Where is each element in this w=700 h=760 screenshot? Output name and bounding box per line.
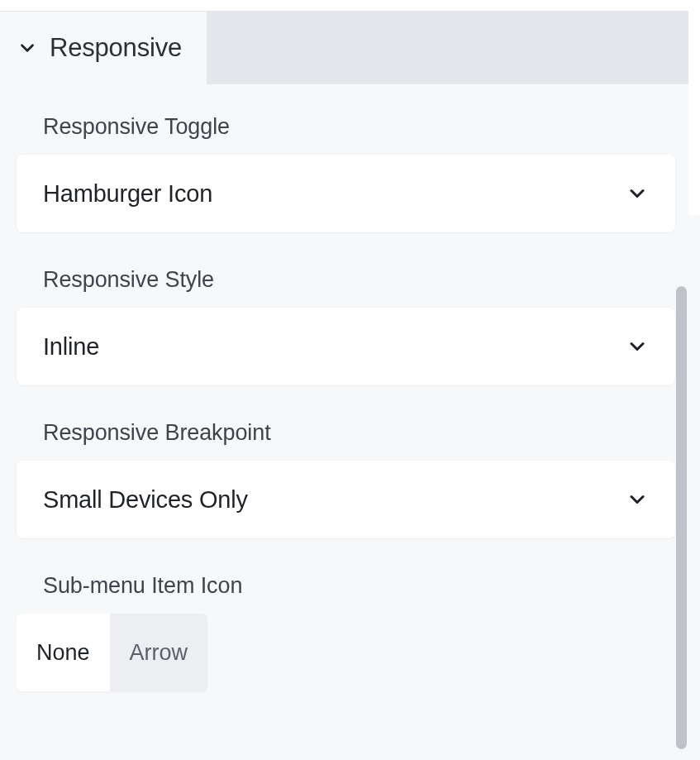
field-submenu-icon: Sub-menu Item Icon None Arrow <box>17 573 675 691</box>
panel-top-edge <box>0 0 700 12</box>
select-value-responsive-toggle: Hamburger Icon <box>43 180 212 208</box>
label-responsive-toggle: Responsive Toggle <box>43 114 675 140</box>
field-responsive-style: Responsive Style Inline <box>17 267 675 385</box>
segment-label: Arrow <box>130 640 188 666</box>
select-responsive-breakpoint[interactable]: Small Devices Only <box>17 461 675 538</box>
label-submenu-icon: Sub-menu Item Icon <box>43 573 675 599</box>
scrollbar-thumb[interactable] <box>676 286 687 749</box>
segment-label: None <box>36 640 90 666</box>
chevron-down-icon <box>626 335 649 358</box>
label-responsive-breakpoint: Responsive Breakpoint <box>43 420 675 446</box>
select-value-responsive-breakpoint: Small Devices Only <box>43 486 248 514</box>
segment-arrow[interactable]: Arrow <box>110 614 208 691</box>
segmented-submenu-icon: None Arrow <box>17 614 207 691</box>
chevron-down-icon <box>17 37 38 59</box>
select-responsive-style[interactable]: Inline <box>17 308 675 385</box>
chevron-down-icon <box>626 488 649 511</box>
tab-strip: Responsive <box>0 12 700 84</box>
label-responsive-style: Responsive Style <box>43 267 675 293</box>
tab-responsive[interactable]: Responsive <box>0 12 207 84</box>
field-responsive-toggle: Responsive Toggle Hamburger Icon <box>17 114 675 232</box>
select-value-responsive-style: Inline <box>43 333 99 361</box>
tab-title: Responsive <box>50 33 182 63</box>
scrollbar-track[interactable] <box>676 286 687 749</box>
select-responsive-toggle[interactable]: Hamburger Icon <box>17 155 675 232</box>
field-responsive-breakpoint: Responsive Breakpoint Small Devices Only <box>17 420 675 538</box>
chevron-down-icon <box>626 182 649 205</box>
panel-body: Responsive Toggle Hamburger Icon Respons… <box>0 84 700 724</box>
segment-none[interactable]: None <box>17 614 110 691</box>
right-gutter <box>688 0 700 215</box>
